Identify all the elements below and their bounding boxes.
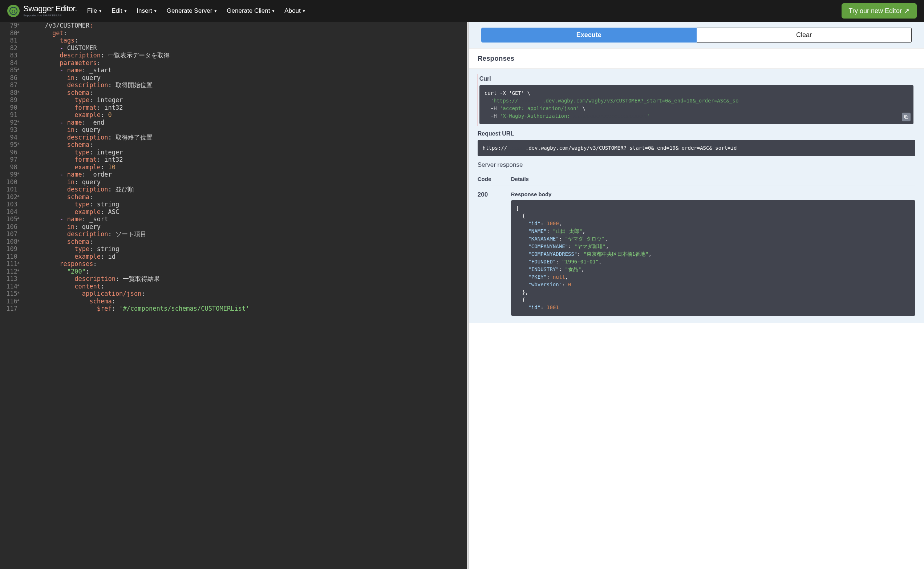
chevron-down-icon: ▼ xyxy=(302,9,306,13)
cta-label: Try our new Editor xyxy=(849,7,902,15)
execute-button[interactable]: Execute xyxy=(481,27,696,43)
responses-header: Responses xyxy=(469,48,924,68)
swagger-logo-icon: { } xyxy=(7,5,20,17)
main-menu: File ▼Edit ▼Insert ▼Generate Server ▼Gen… xyxy=(87,7,306,15)
menu-insert[interactable]: Insert ▼ xyxy=(137,7,157,15)
logo-subtitle: Supported by SMARTBEAR xyxy=(23,14,77,17)
yaml-editor[interactable]: 7980818283848586878889909192939495969798… xyxy=(0,22,467,569)
menu-generate-server[interactable]: Generate Server ▼ xyxy=(167,7,218,15)
chevron-down-icon: ▼ xyxy=(214,9,217,13)
copy-icon[interactable] xyxy=(902,113,910,121)
swagger-ui-pane[interactable]: Execute Clear Responses Curl curl -X 'GE… xyxy=(469,22,924,569)
code-content[interactable]: /v3/CUSTOMER: get: tags: - CUSTOMER desc… xyxy=(21,22,467,569)
clear-button[interactable]: Clear xyxy=(696,27,912,43)
col-code: Code xyxy=(478,176,511,182)
chevron-down-icon: ▼ xyxy=(123,9,127,13)
svg-text:{ }: { } xyxy=(12,9,15,13)
menu-file[interactable]: File ▼ xyxy=(87,7,102,15)
chevron-down-icon: ▼ xyxy=(154,9,157,13)
menu-generate-client[interactable]: Generate Client ▼ xyxy=(227,7,275,15)
status-code: 200 xyxy=(478,191,511,316)
chevron-down-icon: ▼ xyxy=(99,9,102,13)
request-url[interactable]: https://xxxxxx.dev.wagby.com/wagby/v3/CU… xyxy=(478,140,915,156)
chevron-down-icon: ▼ xyxy=(271,9,275,13)
curl-label: Curl xyxy=(479,76,913,82)
svg-rect-2 xyxy=(906,116,908,119)
external-link-icon: ↗ xyxy=(904,7,909,15)
top-bar: { } Swagger Editor. Supported by SMARTBE… xyxy=(0,0,924,22)
request-url-label: Request URL xyxy=(478,131,915,137)
try-new-editor-button[interactable]: Try our new Editor ↗ xyxy=(842,3,917,18)
curl-command[interactable]: curl -X 'GET' \ 'https://xxxxxxxx.dev.wa… xyxy=(479,85,913,124)
server-response-label: Server response xyxy=(478,161,915,169)
menu-about[interactable]: About ▼ xyxy=(284,7,305,15)
line-gutter: 7980818283848586878889909192939495969798… xyxy=(0,22,21,569)
curl-highlight-box: Curl curl -X 'GET' \ 'https://xxxxxxxx.d… xyxy=(478,74,915,126)
response-body-label: Response body xyxy=(511,191,915,197)
logo[interactable]: { } Swagger Editor. Supported by SMARTBE… xyxy=(7,5,77,17)
col-details: Details xyxy=(511,176,915,182)
logo-title: Swagger Editor. xyxy=(23,5,77,13)
response-body[interactable]: [ { "id": 1000, "NAME": "山田 太郎", "KANANA… xyxy=(511,200,915,316)
menu-edit[interactable]: Edit ▼ xyxy=(112,7,127,15)
